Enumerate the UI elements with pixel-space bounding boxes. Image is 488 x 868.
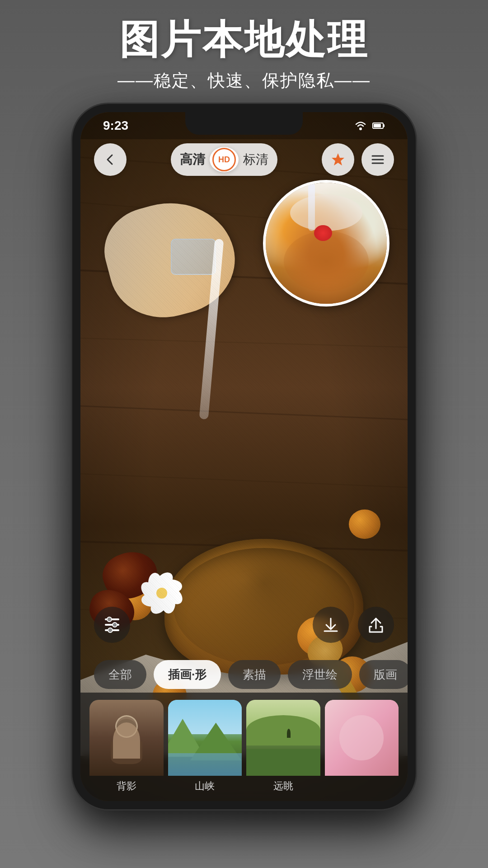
battery-icon (372, 122, 385, 130)
svg-point-18 (107, 617, 112, 622)
hero-subtitle: ——稳定、快速、保护隐私—— (0, 69, 488, 92)
adjust-button[interactable] (94, 607, 130, 643)
star-button[interactable] (322, 143, 354, 176)
svg-rect-3 (383, 124, 385, 127)
filter-tab-ukiyo[interactable]: 浮世绘 (288, 660, 352, 689)
menu-button[interactable] (361, 143, 394, 176)
thumb-label-shanxia: 山峡 (168, 776, 242, 794)
filter-thumb-beying[interactable]: 背影 (89, 700, 164, 794)
quality-toggle[interactable]: 高清 HD 标清 (171, 143, 277, 176)
back-icon (103, 152, 117, 167)
hd-button[interactable]: HD (210, 147, 239, 172)
svg-line-9 (80, 474, 408, 487)
svg-line-8 (80, 406, 408, 420)
svg-point-0 (359, 127, 362, 130)
svg-point-20 (108, 628, 113, 632)
share-button[interactable] (358, 607, 394, 643)
app-toolbar: 高清 HD 标清 (80, 139, 408, 180)
filter-thumb-shanxia[interactable]: 山峡 (168, 700, 242, 794)
adjust-icon (102, 615, 122, 635)
phone-screen: 9:23 (80, 112, 408, 801)
original-preview[interactable] (263, 180, 389, 307)
filter-thumb-extra[interactable] (325, 700, 399, 794)
svg-rect-2 (374, 124, 381, 127)
svg-point-19 (113, 623, 117, 627)
preview-image (266, 183, 387, 304)
wifi-icon (354, 121, 367, 131)
phone-mockup: 9:23 (72, 104, 416, 809)
quality-sd-label: 标清 (243, 151, 268, 168)
back-button[interactable] (94, 143, 127, 176)
download-icon (321, 615, 341, 635)
star-icon (330, 151, 346, 168)
svg-line-7 (80, 338, 408, 347)
menu-icon (371, 154, 385, 165)
filter-thumb-yuantiao[interactable]: 远眺 (246, 700, 320, 794)
share-icon (366, 615, 386, 635)
thumb-label-extra (325, 776, 399, 783)
fruit-3 (349, 509, 380, 539)
hero-title: 图片本地处理 (0, 18, 488, 62)
download-button[interactable] (313, 607, 349, 643)
thumb-label-yuantiao: 远眺 (246, 776, 320, 794)
filter-tab-all[interactable]: 全部 (94, 660, 146, 689)
status-icons (354, 121, 385, 131)
filter-tab-illustration[interactable]: 插画·形 (154, 660, 221, 689)
toolbar-right (322, 143, 394, 176)
thumb-label-beying: 背影 (89, 776, 164, 794)
filter-tab-sketch[interactable]: 素描 (228, 660, 281, 689)
quality-hd-label: 高清 (180, 151, 205, 168)
status-time: 9:23 (103, 118, 128, 133)
phone-notch (185, 112, 303, 135)
hd-icon: HD (212, 148, 236, 171)
filter-thumbnail-row: 背影 山峡 (80, 693, 408, 801)
hand-pouring (108, 203, 266, 338)
hero-section: 图片本地处理 ——稳定、快速、保护隐私—— (0, 18, 488, 92)
filter-tabs: 全部 插画·形 素描 浮世绘 版画 水... (80, 656, 408, 693)
filter-tab-print[interactable]: 版画 (359, 660, 408, 689)
bottom-action-bar (80, 602, 408, 647)
